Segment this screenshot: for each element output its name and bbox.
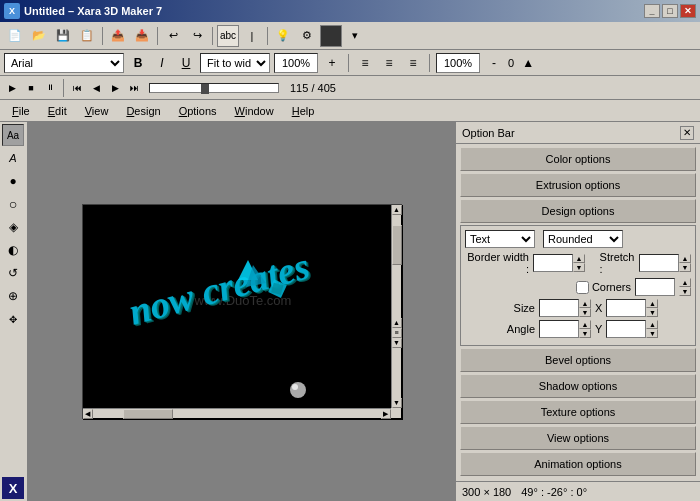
settings-button[interactable]: ⚙ [296,25,318,47]
texture-options-button[interactable]: Texture options [460,400,696,424]
angle-y-up-btn[interactable]: ▲ [646,320,658,329]
more-button[interactable]: ▾ [344,25,366,47]
angle-input[interactable] [539,320,579,338]
tool-aa[interactable]: Aa [2,124,24,146]
zoom-input[interactable] [274,53,318,73]
underline-button[interactable]: U [176,53,196,73]
size-down-btn[interactable]: ▼ [579,308,591,317]
export2-button[interactable]: 📥 [131,25,153,47]
stretch-input[interactable] [639,254,679,272]
size-up-btn[interactable]: ▲ [579,299,591,308]
zoom-out2-button[interactable]: - [484,53,504,73]
menu-edit[interactable]: Edit [40,103,75,119]
align-center-button[interactable]: ≡ [379,53,399,73]
size-x-input[interactable] [606,299,646,317]
angle-y-input[interactable] [606,320,646,338]
border-down-btn[interactable]: ▼ [573,263,585,272]
scroll-down-btn[interactable]: ▼ [392,398,402,408]
size-x-up-btn[interactable]: ▲ [646,299,658,308]
h-scroll-thumb[interactable] [123,409,173,419]
color-picker-button[interactable] [320,25,342,47]
align-left-button[interactable]: ≡ [355,53,375,73]
angle-down-btn[interactable]: ▼ [579,329,591,338]
rotation-up-button[interactable]: ▲ [518,53,538,73]
timeline-thumb[interactable] [201,84,209,94]
shadow-options-button[interactable]: Shadow options [460,374,696,398]
save-as-button[interactable]: 📋 [76,25,98,47]
light-button[interactable]: 💡 [272,25,294,47]
close-button[interactable]: ✕ [680,4,696,18]
angle-up-btn[interactable]: ▲ [579,320,591,329]
bevel-type-select[interactable]: Text [465,230,535,248]
tool-extrude[interactable]: ◈ [2,216,24,238]
tool-bevel[interactable]: ○ [2,193,24,215]
tool-rotate[interactable]: ↺ [2,262,24,284]
scroll-right-btn[interactable]: ▶ [381,409,391,419]
corners-down-btn[interactable]: ▼ [679,287,691,296]
minimize-button[interactable]: _ [644,4,660,18]
step-forward-button[interactable]: ▶ [107,80,123,96]
open-button[interactable]: 📂 [28,25,50,47]
scroll-left-btn[interactable]: ◀ [83,409,93,419]
color-options-button[interactable]: Color options [460,147,696,171]
corners-up-btn[interactable]: ▲ [679,278,691,287]
zoom-in-button[interactable]: + [322,53,342,73]
menu-window[interactable]: Window [227,103,282,119]
align-right-button[interactable]: ≡ [403,53,423,73]
v-scroll-thumb[interactable] [392,225,402,265]
corners-checkbox[interactable] [576,281,589,294]
font-select[interactable]: Arial [4,53,124,73]
stretch-up-btn[interactable]: ▲ [679,254,691,263]
page-up-btn[interactable]: ▲ [392,318,402,328]
stop-button[interactable]: ■ [23,80,39,96]
bold-button[interactable]: B [128,53,148,73]
angle-y-down-btn[interactable]: ▼ [646,329,658,338]
bevel-shape-select[interactable]: Rounded [543,230,623,248]
export-button[interactable]: 📤 [107,25,129,47]
v-scrollbar[interactable]: ▲ ▲ ≡ ▼ ▼ [391,205,401,408]
menu-design[interactable]: Design [118,103,168,119]
new-button[interactable]: 📄 [4,25,26,47]
text-style-button[interactable]: abc [217,25,239,47]
frame-btn[interactable]: ≡ [392,328,402,338]
extrusion-options-button[interactable]: Extrusion options [460,173,696,197]
menu-options[interactable]: Options [171,103,225,119]
maximize-button[interactable]: □ [662,4,678,18]
scroll-up-btn[interactable]: ▲ [392,205,402,215]
timeline-track[interactable] [149,83,279,93]
page-down-btn[interactable]: ▼ [392,338,402,348]
pause-button[interactable]: ⏸ [42,80,58,96]
tool-x[interactable]: X [2,477,24,499]
tool-color[interactable]: ● [2,170,24,192]
stretch-down-btn[interactable]: ▼ [679,263,691,272]
menu-view[interactable]: View [77,103,117,119]
bevel-options-button[interactable]: Bevel options [460,348,696,372]
menu-help[interactable]: Help [284,103,323,119]
size-input[interactable] [539,299,579,317]
size-x-down-btn[interactable]: ▼ [646,308,658,317]
step-back-button[interactable]: ◀ [88,80,104,96]
animation-options-button[interactable]: Animation options [460,452,696,476]
canvas-viewport[interactable]: www.DuoTe.com now creates now creates no… [82,204,402,419]
h-scrollbar[interactable]: ◀ ▶ [83,408,391,418]
play-button[interactable]: ▶ [4,80,20,96]
zoom-input2[interactable] [436,53,480,73]
fit-to-width-select[interactable]: Fit to width [200,53,270,73]
redo-button[interactable]: ↪ [186,25,208,47]
panel-close-button[interactable]: ✕ [680,126,694,140]
tool-zoom[interactable]: ⊕ [2,285,24,307]
save-button[interactable]: 💾 [52,25,74,47]
insert-button[interactable]: | [241,25,263,47]
border-width-input[interactable] [533,254,573,272]
corners-input[interactable] [635,278,675,296]
design-options-button[interactable]: Design options [460,199,696,223]
forward-end-button[interactable]: ⏭ [126,80,142,96]
italic-button[interactable]: I [152,53,172,73]
undo-button[interactable]: ↩ [162,25,184,47]
tool-font[interactable]: A [2,147,24,169]
tool-pan[interactable]: ✥ [2,308,24,330]
tool-shadow[interactable]: ◐ [2,239,24,261]
view-options-button[interactable]: View options [460,426,696,450]
menu-file[interactable]: File [4,103,38,119]
border-up-btn[interactable]: ▲ [573,254,585,263]
